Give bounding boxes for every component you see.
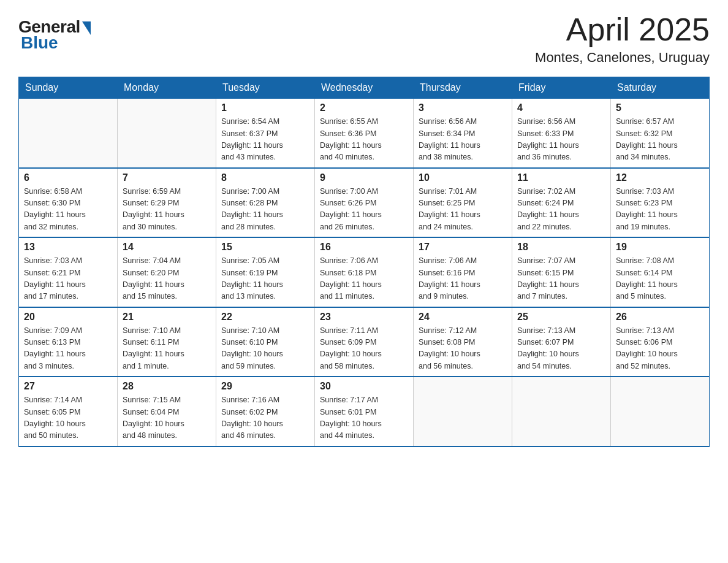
logo: General Blue [18, 17, 91, 53]
day-info: Sunrise: 7:09 AMSunset: 6:13 PMDaylight:… [24, 325, 112, 373]
day-info: Sunrise: 6:57 AMSunset: 6:32 PMDaylight:… [616, 116, 704, 164]
day-info: Sunrise: 7:06 AMSunset: 6:16 PMDaylight:… [419, 255, 507, 303]
day-number: 10 [419, 172, 507, 183]
calendar-cell: 7Sunrise: 6:59 AMSunset: 6:29 PMDaylight… [118, 168, 216, 238]
day-number: 4 [517, 102, 605, 113]
day-info: Sunrise: 7:06 AMSunset: 6:18 PMDaylight:… [320, 255, 408, 303]
day-info: Sunrise: 7:12 AMSunset: 6:08 PMDaylight:… [419, 325, 507, 373]
calendar-cell: 4Sunrise: 6:56 AMSunset: 6:33 PMDaylight… [512, 99, 611, 168]
calendar-cell [512, 377, 611, 446]
column-header-friday: Friday [512, 77, 611, 99]
calendar-cell: 14Sunrise: 7:04 AMSunset: 6:20 PMDayligh… [118, 237, 216, 307]
calendar-cell [611, 377, 710, 446]
day-number: 27 [24, 381, 112, 392]
day-info: Sunrise: 6:56 AMSunset: 6:33 PMDaylight:… [517, 116, 605, 164]
calendar-cell: 16Sunrise: 7:06 AMSunset: 6:18 PMDayligh… [315, 237, 414, 307]
day-info: Sunrise: 6:54 AMSunset: 6:37 PMDaylight:… [221, 116, 309, 164]
day-info: Sunrise: 7:05 AMSunset: 6:19 PMDaylight:… [221, 255, 309, 303]
day-number: 13 [24, 242, 112, 253]
day-info: Sunrise: 7:15 AMSunset: 6:04 PMDaylight:… [123, 394, 211, 442]
calendar-cell: 13Sunrise: 7:03 AMSunset: 6:21 PMDayligh… [19, 237, 118, 307]
day-info: Sunrise: 7:01 AMSunset: 6:25 PMDaylight:… [419, 186, 507, 234]
calendar-cell: 6Sunrise: 6:58 AMSunset: 6:30 PMDaylight… [19, 168, 118, 238]
calendar-cell: 3Sunrise: 6:56 AMSunset: 6:34 PMDaylight… [414, 99, 512, 168]
day-number: 9 [320, 172, 408, 183]
day-number: 18 [517, 242, 605, 253]
calendar-cell: 15Sunrise: 7:05 AMSunset: 6:19 PMDayligh… [216, 237, 315, 307]
day-number: 8 [221, 172, 309, 183]
calendar-cell: 26Sunrise: 7:13 AMSunset: 6:06 PMDayligh… [611, 307, 710, 377]
calendar-cell: 23Sunrise: 7:11 AMSunset: 6:09 PMDayligh… [315, 307, 414, 377]
day-number: 30 [320, 381, 408, 392]
day-number: 14 [123, 242, 211, 253]
day-number: 17 [419, 242, 507, 253]
week-row-5: 27Sunrise: 7:14 AMSunset: 6:05 PMDayligh… [19, 377, 710, 446]
day-info: Sunrise: 7:10 AMSunset: 6:11 PMDaylight:… [123, 325, 211, 373]
week-row-3: 13Sunrise: 7:03 AMSunset: 6:21 PMDayligh… [19, 237, 710, 307]
week-row-1: 1Sunrise: 6:54 AMSunset: 6:37 PMDaylight… [19, 99, 710, 168]
calendar-cell: 8Sunrise: 7:00 AMSunset: 6:28 PMDaylight… [216, 168, 315, 238]
calendar-cell: 20Sunrise: 7:09 AMSunset: 6:13 PMDayligh… [19, 307, 118, 377]
column-header-thursday: Thursday [414, 77, 512, 99]
calendar-cell [414, 377, 512, 446]
day-number: 12 [616, 172, 704, 183]
day-number: 11 [517, 172, 605, 183]
calendar-cell: 17Sunrise: 7:06 AMSunset: 6:16 PMDayligh… [414, 237, 512, 307]
day-info: Sunrise: 7:07 AMSunset: 6:15 PMDaylight:… [517, 255, 605, 303]
day-info: Sunrise: 6:56 AMSunset: 6:34 PMDaylight:… [419, 116, 507, 164]
day-number: 23 [320, 312, 408, 323]
calendar-cell: 19Sunrise: 7:08 AMSunset: 6:14 PMDayligh… [611, 237, 710, 307]
day-number: 29 [221, 381, 309, 392]
day-info: Sunrise: 6:59 AMSunset: 6:29 PMDaylight:… [123, 186, 211, 234]
day-number: 7 [123, 172, 211, 183]
day-number: 6 [24, 172, 112, 183]
day-info: Sunrise: 7:11 AMSunset: 6:09 PMDaylight:… [320, 325, 408, 373]
column-header-wednesday: Wednesday [315, 77, 414, 99]
day-number: 19 [616, 242, 704, 253]
day-number: 15 [221, 242, 309, 253]
calendar-cell [118, 99, 216, 168]
calendar-cell: 28Sunrise: 7:15 AMSunset: 6:04 PMDayligh… [118, 377, 216, 446]
day-info: Sunrise: 7:03 AMSunset: 6:21 PMDaylight:… [24, 255, 112, 303]
day-info: Sunrise: 7:14 AMSunset: 6:05 PMDaylight:… [24, 394, 112, 442]
header-row: SundayMondayTuesdayWednesdayThursdayFrid… [19, 77, 710, 99]
calendar-cell: 2Sunrise: 6:55 AMSunset: 6:36 PMDaylight… [315, 99, 414, 168]
calendar-cell: 24Sunrise: 7:12 AMSunset: 6:08 PMDayligh… [414, 307, 512, 377]
week-row-4: 20Sunrise: 7:09 AMSunset: 6:13 PMDayligh… [19, 307, 710, 377]
logo-blue-text: Blue [21, 33, 58, 53]
calendar-cell: 5Sunrise: 6:57 AMSunset: 6:32 PMDaylight… [611, 99, 710, 168]
calendar-cell: 9Sunrise: 7:00 AMSunset: 6:26 PMDaylight… [315, 168, 414, 238]
day-info: Sunrise: 7:08 AMSunset: 6:14 PMDaylight:… [616, 255, 704, 303]
calendar-cell: 29Sunrise: 7:16 AMSunset: 6:02 PMDayligh… [216, 377, 315, 446]
column-header-monday: Monday [118, 77, 216, 99]
calendar-cell: 21Sunrise: 7:10 AMSunset: 6:11 PMDayligh… [118, 307, 216, 377]
calendar-title: April 2025 [535, 12, 710, 47]
calendar-cell: 22Sunrise: 7:10 AMSunset: 6:10 PMDayligh… [216, 307, 315, 377]
calendar-cell: 27Sunrise: 7:14 AMSunset: 6:05 PMDayligh… [19, 377, 118, 446]
calendar-subtitle: Montes, Canelones, Uruguay [535, 50, 710, 66]
calendar-cell: 12Sunrise: 7:03 AMSunset: 6:23 PMDayligh… [611, 168, 710, 238]
day-info: Sunrise: 7:17 AMSunset: 6:01 PMDaylight:… [320, 394, 408, 442]
day-number: 16 [320, 242, 408, 253]
day-number: 3 [419, 102, 507, 113]
day-number: 28 [123, 381, 211, 392]
day-info: Sunrise: 6:55 AMSunset: 6:36 PMDaylight:… [320, 116, 408, 164]
day-number: 25 [517, 312, 605, 323]
column-header-tuesday: Tuesday [216, 77, 315, 99]
day-info: Sunrise: 7:10 AMSunset: 6:10 PMDaylight:… [221, 325, 309, 373]
day-number: 24 [419, 312, 507, 323]
calendar-cell: 18Sunrise: 7:07 AMSunset: 6:15 PMDayligh… [512, 237, 611, 307]
day-number: 22 [221, 312, 309, 323]
day-info: Sunrise: 7:04 AMSunset: 6:20 PMDaylight:… [123, 255, 211, 303]
day-info: Sunrise: 7:13 AMSunset: 6:06 PMDaylight:… [616, 325, 704, 373]
column-header-sunday: Sunday [19, 77, 118, 99]
day-number: 21 [123, 312, 211, 323]
day-info: Sunrise: 7:13 AMSunset: 6:07 PMDaylight:… [517, 325, 605, 373]
calendar-cell: 30Sunrise: 7:17 AMSunset: 6:01 PMDayligh… [315, 377, 414, 446]
column-header-saturday: Saturday [611, 77, 710, 99]
day-info: Sunrise: 7:00 AMSunset: 6:26 PMDaylight:… [320, 186, 408, 234]
week-row-2: 6Sunrise: 6:58 AMSunset: 6:30 PMDaylight… [19, 168, 710, 238]
calendar-cell: 25Sunrise: 7:13 AMSunset: 6:07 PMDayligh… [512, 307, 611, 377]
day-info: Sunrise: 6:58 AMSunset: 6:30 PMDaylight:… [24, 186, 112, 234]
calendar-cell: 11Sunrise: 7:02 AMSunset: 6:24 PMDayligh… [512, 168, 611, 238]
